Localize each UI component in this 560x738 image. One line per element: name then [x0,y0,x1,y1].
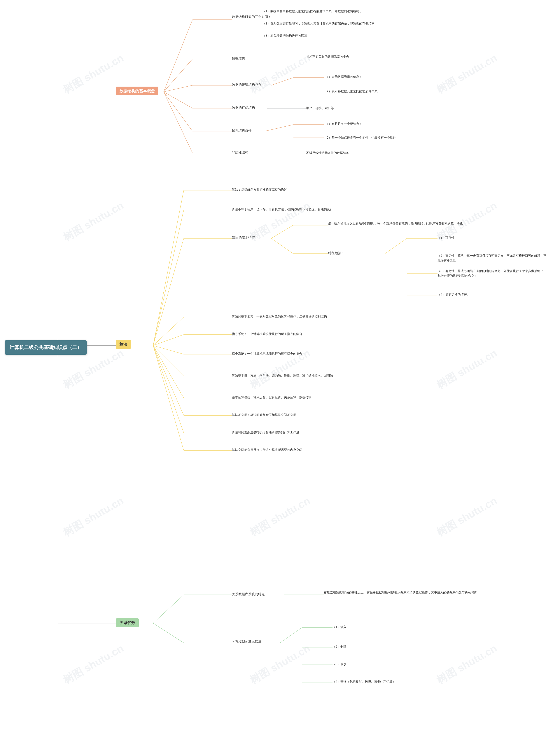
svg-line-33 [153,190,184,346]
relational-op-2: （2）删除 [332,644,346,649]
storage-desc: 顺序、链接、索引等 [306,106,334,110]
relational-system-feature-desc: 它建立在数据理论的基础之上，有很多数据理论可以表示关系模型的数据操作，其中最为的… [324,590,477,595]
svg-line-61 [153,346,184,433]
feature-item-2: （2）确定性，算法中每一步骤都必须有明确定义，不允许有模棱两可的解释，不允许有多… [438,253,547,263]
feature-item-4: （4）拥有足够的情报。 [438,292,470,297]
svg-line-30 [164,92,193,153]
relational-basic-ops-topic: 关系模型的基本运算 [232,640,261,644]
storage-structure-topic: 数据的存储结构 [232,106,255,110]
algorithm-complexity: 算法复杂度：算法时间复杂度和算法空间复杂度 [232,412,296,417]
algorithm-instruction-system: 指令系统：一个计算机系统能执行的所有指令的集合 [232,332,302,336]
connector-line [256,57,304,57]
research-item-2: （2）在对数据进行处理时，各数据元素在计算机中的存储关系，即数据的存储结构； [263,21,377,26]
svg-line-53 [153,346,184,354]
algorithm-label: 算法 [116,340,131,349]
svg-line-41 [271,238,293,254]
algorithm-time-complexity: 算法时间复杂度是指执行算法所需要的计算工作量 [232,430,299,435]
data-structure-desc: 指相互有关联的数据元素的集合 [306,54,349,59]
algorithm-feature-includes: 特征包括： [328,251,344,255]
relational-op-1: （1）插入 [332,625,346,629]
svg-line-57 [153,346,184,398]
root-node: 计算机二级公共基础知识点（二） [5,340,87,355]
algorithm-def2: 算法不等于程序，也不等于计算机方法，程序的编制不可能优于算法的设计 [232,207,333,212]
algorithm-basic-feature: 算法的基本特征 [232,236,255,240]
relational-system-feature-topic: 关系数据库系统的特点 [232,592,265,596]
connector-lines [0,0,560,738]
svg-line-15 [164,85,193,92]
relational-op-4: （4）查询（包括投影、选择、笛卡尔积运算） [332,679,395,684]
relational-op-3: （3）修改 [332,662,346,667]
svg-line-24 [164,92,193,131]
svg-line-59 [153,346,184,415]
svg-line-26 [265,125,293,131]
nonlinear-structure-topic: 非线性结构 [232,150,248,154]
linear-item-1: （1）有且只有一个根结点； [324,121,362,126]
svg-line-17 [271,78,293,85]
logical-item-1: （1）表示数据元素的信息； [324,74,362,79]
svg-line-21 [164,92,193,108]
svg-line-43 [385,238,407,254]
svg-line-65 [153,595,184,623]
linear-condition-topic: 线性结构条件 [232,128,252,133]
svg-line-51 [153,335,184,346]
svg-line-37 [153,238,184,346]
svg-line-6 [164,20,193,92]
logical-item-2: （2）表示各数据元素之间的前后件关系 [324,89,377,94]
algorithm-design-methods: 算法基本设计方法：列举法、归纳法、递推、递归、减半递推技术、回溯法 [232,373,333,378]
relational-algebra-label: 关系代数 [116,618,139,627]
svg-line-68 [153,623,184,643]
algorithm-space-complexity: 算法空间复杂度是指执行这个算法所需要的内存空间 [232,447,302,452]
svg-line-39 [271,225,293,238]
feature-item-1: （1）可行性； [438,235,458,240]
research-aspects-topic: 数据结构研究的三个方面： [232,15,271,19]
storage-connector [267,108,306,108]
algorithm-basic-ops: 基本运算包括：算术运算、逻辑运算、关系运算、数据传输 [232,395,311,400]
algorithm-feature-desc1: 是一组严谨地定义运算顺序的规则，每一个规则都是有效的，是明确的，此顺序将在有限次… [328,221,463,226]
svg-line-12 [164,59,193,92]
algorithm-instruction-system2: 指令系统：一个计算机系统能执行的所有指令的集合 [232,351,302,356]
feature-item-3: （3）有穷性，算法必须能在有限的时间内做完，即能在执行有限个步骤后终止，包括合理… [438,269,547,278]
nonlinear-desc: 不满足线性结构条件的数据结构 [306,150,349,155]
algorithm-def1: 算法：是指解题方案的准确而完整的描述 [232,187,287,192]
research-item-1: （1）数据集合中各数据元素之间所固有的逻辑关系，即数据的逻辑结构； [263,9,362,14]
algorithm-basic-elements: 算法的基本要素：一是对数据对象的运算和操作；二是算法的控制结构 [232,314,327,319]
data-structure-label: 数据结构的基本概念 [116,87,159,95]
mindmap-container: 计算机二级公共基础知识点（二） 数据结构的基本概念 数据结构研究的三个方面： （… [0,0,560,738]
svg-line-55 [153,346,184,376]
logical-structure-topic: 数据的逻辑结构包含 [232,83,261,87]
svg-line-70 [280,628,302,643]
research-item-3: （3）对各种数据结构进行的运算 [263,33,307,38]
svg-line-35 [153,210,184,346]
svg-line-49 [153,317,184,346]
data-structure-def-topic: 数据结构 [232,56,245,61]
svg-line-63 [153,346,184,450]
linear-item-2: （2）每一个结点最多有一个前件，也最多有一个后件 [324,135,396,140]
